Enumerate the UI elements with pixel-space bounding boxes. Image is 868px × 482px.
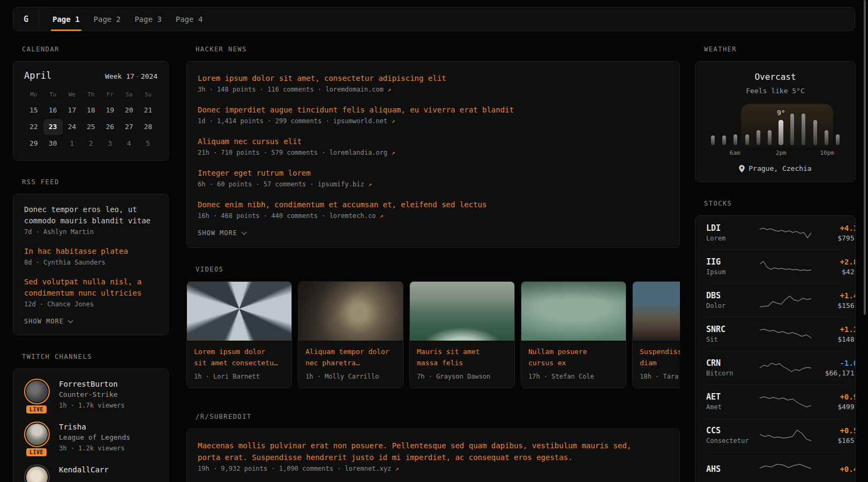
rss-show-more-button[interactable]: SHOW MORE <box>24 318 158 325</box>
hackernews-card: Lorem ipsum dolor sit amet, consectetur … <box>186 61 680 248</box>
videos-row: Lorem ipsum dolor sit amet consectetu…1h… <box>186 281 680 388</box>
calendar-day: 2 <box>81 135 101 152</box>
stock-change: +2.84% <box>811 257 856 267</box>
current-temp-label: 9° <box>777 109 785 117</box>
calendar-day-number: 2 <box>89 139 93 147</box>
weather-location: Prague, Czechia <box>749 163 811 174</box>
weather-bar-slot <box>832 112 843 145</box>
weather-bar <box>768 130 772 145</box>
stock-id: AETAmet <box>706 391 760 412</box>
stock-row-AET[interactable]: AETAmet+0.92%$499.72 <box>695 385 855 418</box>
weather-bar-slot <box>764 112 775 145</box>
calendar-day: 3 <box>101 135 120 152</box>
rss-meta: 7d · Ashlyn Martin <box>24 227 158 238</box>
scrollbar-thumb[interactable] <box>864 0 866 315</box>
video-thumbnail[interactable] <box>187 282 291 341</box>
calendar-day-number: 28 <box>144 123 152 131</box>
calendar-day: 29 <box>24 135 43 152</box>
calendar-card: April Week 17·2024 MoTuWeThFrSaSu1516171… <box>13 61 169 161</box>
weather-bar-slot <box>707 112 719 145</box>
twitch-channel-row[interactable]: KendallCarr <box>24 464 158 482</box>
calendar-header: April Week 17·2024 <box>24 70 158 81</box>
rss-link[interactable]: In hac habitasse platea <box>24 246 158 257</box>
logo[interactable]: G <box>13 7 39 31</box>
video-card-body: Suspendisse diam18h · Tara <box>633 341 680 388</box>
stock-price: $66,171.48 <box>811 368 856 378</box>
hackernews-link[interactable]: Aliquam nec cursus elit <box>198 135 669 147</box>
tab-page-1[interactable]: Page 1 <box>46 7 87 31</box>
hackernews-show-more-button[interactable]: SHOW MORE <box>198 229 669 237</box>
tab-page-4[interactable]: Page 4 <box>169 7 210 31</box>
hackernews-link[interactable]: Donec enim nibh, condimentum et accumsan… <box>198 199 669 210</box>
hackernews-link[interactable]: Lorem ipsum dolor sit amet, consectetur … <box>198 72 669 84</box>
channel-name: ForrestBurton <box>59 379 125 389</box>
weather-bar <box>779 120 783 145</box>
stock-name: Dolor <box>706 301 760 311</box>
stock-row-IIG[interactable]: IIGIpsum+2.84%$42.04 <box>695 250 855 283</box>
video-card-body: Mauris sit amet massa felis7h · Grayson … <box>410 341 514 388</box>
middle-column: HACKER NEWS Lorem ipsum dolor sit amet, … <box>186 46 680 482</box>
video-thumbnail[interactable] <box>410 282 514 341</box>
video-title-link[interactable]: Mauris sit amet massa felis <box>417 346 507 368</box>
video-thumbnail[interactable] <box>633 282 680 341</box>
stock-price: $148.64 <box>811 335 856 344</box>
video-title-link[interactable]: Lorem ipsum dolor sit amet consectetu… <box>194 346 285 368</box>
calendar-grid: MoTuWeThFrSaSu15161718192021222324252627… <box>24 88 158 152</box>
calendar-day-number: 5 <box>146 139 150 147</box>
stock-sparkline <box>760 427 811 443</box>
subreddit-link[interactable]: Maecenas mollis pulvinar erat non posuer… <box>198 440 669 463</box>
calendar-day: 4 <box>119 135 139 152</box>
hackernews-link[interactable]: Donec imperdiet augue tincidunt felis al… <box>198 104 669 116</box>
twitch-channel-row[interactable]: LIVETrishaLeague of Legends3h · 1.2k vie… <box>24 421 158 454</box>
video-thumbnail[interactable] <box>521 282 626 341</box>
stock-row-CRN[interactable]: CRNBitcorn-1.00%$66,171.48 <box>695 351 855 385</box>
hackernews-section-title: HACKER NEWS <box>186 46 680 54</box>
stock-row-CCS[interactable]: CCSConsectetur+0.51%$165.84 <box>695 418 855 452</box>
calendar-day-header: Mo <box>24 88 43 102</box>
stock-row-SNRC[interactable]: SNRCSit+1.36%$148.64 <box>695 317 855 351</box>
video-meta: 1h · Lori Barnett <box>194 373 285 380</box>
calendar-day: 5 <box>139 135 158 152</box>
calendar-day-number: 25 <box>87 123 95 131</box>
video-meta: 18h · Tara <box>640 373 680 380</box>
rss-link[interactable]: Sed volutpat nulla nisl, a condimentum n… <box>24 276 158 299</box>
stock-id: AHS <box>706 464 760 475</box>
hackernews-link[interactable]: Integer eget rutrum lorem <box>198 167 669 179</box>
stock-row-AHS[interactable]: AHS+0.46% <box>695 452 855 482</box>
video-meta: 1h · Molly Carrillo <box>305 373 396 380</box>
weather-bar <box>722 135 726 145</box>
stock-id: DBSDolor <box>706 290 760 311</box>
stock-row-DBS[interactable]: DBSDolor+1.42%$156.28 <box>695 283 855 317</box>
calendar-day: 24 <box>63 118 82 135</box>
active-tab-underline <box>51 29 81 31</box>
hackernews-item: Aliquam nec cursus elit21h · 710 points … <box>198 135 669 159</box>
tab-page-2[interactable]: Page 2 <box>87 7 128 31</box>
stock-row-LDI[interactable]: LDILorem+4.35%$795.18 <box>695 216 855 250</box>
weather-bar <box>802 114 805 145</box>
map-pin-icon <box>739 165 745 172</box>
calendar-year: 2024 <box>141 72 158 80</box>
video-title-link[interactable]: Nullam posuere cursus ex <box>528 346 619 368</box>
video-card-body: Lorem ipsum dolor sit amet consectetu…1h… <box>187 341 291 388</box>
tab-page-3[interactable]: Page 3 <box>128 7 169 31</box>
weather-location-row: Prague, Czechia <box>706 163 844 174</box>
stock-values: +2.84%$42.04 <box>811 257 856 277</box>
video-thumbnail[interactable] <box>298 282 403 341</box>
calendar-day: 15 <box>24 102 43 118</box>
weather-bar <box>790 114 794 145</box>
weather-hourly-chart: 9° <box>706 112 844 145</box>
rss-link[interactable]: Donec tempor eros leo, ut commodo mauris… <box>24 204 158 227</box>
weather-feels-like: Feels like 5°C <box>706 85 844 97</box>
stock-change: +0.92% <box>811 391 856 402</box>
stock-name: Consectetur <box>706 436 760 446</box>
weather-bar-slot <box>730 112 741 145</box>
stocks-widget: STOCKS LDILorem+4.35%$795.18IIGIpsum+2.8… <box>695 200 856 482</box>
video-title-link[interactable]: Suspendisse diam <box>640 346 680 368</box>
stock-change: +1.42% <box>811 290 856 301</box>
tab-label: Page 3 <box>134 15 162 24</box>
twitch-channel-row[interactable]: LIVEForrestBurtonCounter-Strike1h · 1.7k… <box>24 379 158 411</box>
calendar-day-number: 24 <box>68 123 76 131</box>
video-title-link[interactable]: Aliquam tempor dolor nec pharetra… <box>305 346 396 368</box>
avatar-wrap: LIVE <box>24 379 51 411</box>
video-card: Aliquam tempor dolor nec pharetra…1h · M… <box>298 281 403 388</box>
